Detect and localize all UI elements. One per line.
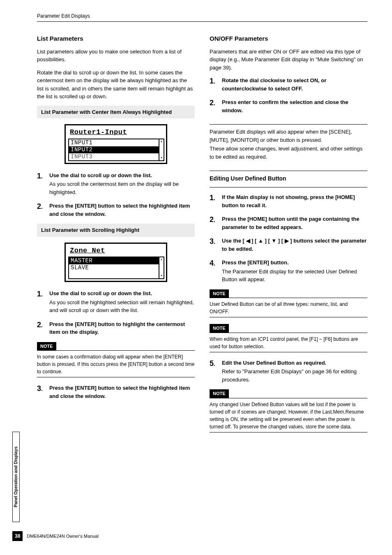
step-number: 1 — [210, 192, 215, 204]
lcd-title: Router1-Input — [66, 125, 166, 138]
note-body: When editing from an ICP1 control panel,… — [210, 335, 367, 350]
scroll-up-icon: ▴ — [159, 257, 164, 262]
lcd-row: INPUT3 — [69, 153, 159, 160]
note-rule-end — [210, 352, 367, 352]
step-number: 1 — [37, 289, 43, 300]
step-item: 3 Use the [ ◀ ] [ ▲ ] [ ▼ ] [ ▶ ] button… — [210, 237, 367, 253]
step-item: 1 Use the dial to scroll up or down the … — [37, 171, 195, 197]
steps-scrolling-highlight: 1 Use the dial to scroll up or down the … — [37, 289, 195, 336]
list-params-intro-1: List parameters allow you to make one se… — [37, 48, 195, 64]
step-item: 1 If the Main display is not showing, pr… — [210, 193, 367, 209]
note-rule-end — [210, 432, 367, 432]
step-lead: Use the dial to scroll up or down the li… — [49, 172, 152, 178]
onoff-intro: Parameters that are either ON or OFF are… — [210, 48, 367, 72]
list-params-intro-2: Rotate the dial to scroll up or down the… — [37, 69, 195, 101]
right-column: ON/OFF Parameters Parameters that are ei… — [210, 34, 367, 439]
section-rule — [210, 124, 367, 125]
lcd-screen: Router1-Input INPUT1 INPUT2 INPUT3 ▴ ▾ — [65, 124, 167, 164]
note-tag: NOTE — [210, 289, 229, 298]
steps-scrolling-highlight-2: 3 Press the [ENTER] button to select the… — [37, 384, 195, 400]
heading-list-parameters: List Parameters — [37, 34, 195, 44]
step-lead: Press the [ENTER] button to select the h… — [49, 385, 190, 399]
step-lead: Press the [ENTER] button. — [222, 259, 289, 266]
lcd-figure-zone: Zone Net MASTER SLAVE ▴ ▾ — [37, 243, 195, 282]
subheading-scrolling-highlight: List Parameter with Scrolling Highlight — [37, 224, 195, 237]
step-number: 3 — [37, 383, 43, 394]
section-rule — [210, 171, 367, 171]
step-number: 2 — [210, 97, 215, 109]
scroll-down-icon: ▾ — [159, 156, 164, 160]
step-item: 2 Press the [HOME] button until the page… — [210, 215, 367, 231]
step-sub: As you scroll the centermost item on the… — [49, 180, 195, 196]
steps-onoff: 1 Rotate the dial clockwise to select ON… — [210, 76, 367, 114]
steps-center-highlight: 1 Use the dial to scroll up or down the … — [37, 171, 195, 218]
step-lead: Press the [HOME] button until the page c… — [222, 216, 359, 230]
lcd-title: Zone Net — [66, 244, 166, 256]
side-tab-label: Panel Operation and Displays — [13, 446, 19, 507]
lcd-list: INPUT1 INPUT2 INPUT3 — [68, 139, 159, 161]
lcd-row: INPUT1 — [69, 139, 159, 146]
step-lead: Press the [ENTER] button to highlight th… — [49, 321, 185, 335]
page: Parameter Edit Displays List Parameters … — [0, 0, 392, 555]
step-lead: Edit the User Defined Button as required… — [222, 360, 326, 366]
content-columns: List Parameters List parameters allow yo… — [37, 34, 367, 439]
onoff-mid-2: These allow scene changes, level adjustm… — [210, 145, 367, 161]
step-item: 1 Use the dial to scroll up or down the … — [37, 289, 195, 314]
lcd-list: MASTER SLAVE — [68, 257, 159, 279]
step-lead: Press the [ENTER] button to select the h… — [49, 203, 190, 217]
step-number: 4 — [210, 258, 215, 269]
note-rule — [37, 350, 195, 351]
note-rule — [210, 298, 367, 298]
lcd-row-empty — [69, 271, 159, 278]
steps-udb-2: 5 Edit the User Defined Button as requir… — [210, 359, 367, 384]
note-tag: NOTE — [210, 324, 229, 333]
step-number: 2 — [37, 201, 43, 212]
step-item: 2 Press enter to confirm the selection a… — [210, 98, 367, 114]
step-item: 1 Rotate the dial clockwise to select ON… — [210, 76, 367, 92]
step-sub: The Parameter Edit display for the selec… — [222, 268, 367, 284]
section-rule — [210, 187, 367, 187]
step-item: 3 Press the [ENTER] button to select the… — [37, 384, 195, 400]
page-number: 38 — [12, 531, 23, 541]
lcd-row-selected: MASTER — [69, 257, 159, 264]
step-sub: Refer to "Parameter Edit Displays" on pa… — [222, 368, 367, 384]
lcd-screen: Zone Net MASTER SLAVE ▴ ▾ — [65, 243, 167, 282]
side-tab: Panel Operation and Displays — [12, 432, 20, 522]
step-item: 2 Press the [ENTER] button to highlight … — [37, 320, 195, 336]
scroll-down-icon: ▾ — [159, 274, 164, 278]
lcd-figure-router: Router1-Input INPUT1 INPUT2 INPUT3 ▴ ▾ — [37, 124, 195, 164]
note-rule — [210, 333, 367, 333]
step-number: 1 — [37, 171, 43, 182]
step-item: 5 Edit the User Defined Button as requir… — [210, 359, 367, 384]
step-sub: As you scroll the highlighted selection … — [49, 298, 195, 314]
step-number: 1 — [210, 76, 215, 87]
note-body: In some cases a confirmation dialog will… — [37, 353, 195, 375]
step-number: 2 — [210, 214, 215, 225]
lcd-scrollbar: ▴ ▾ — [159, 257, 164, 279]
step-item: 2 Press the [ENTER] button to select the… — [37, 202, 195, 218]
step-lead: Press enter to confirm the selection and… — [222, 99, 348, 113]
note-rule-end — [37, 377, 195, 377]
step-lead: Use the dial to scroll up or down the li… — [49, 290, 152, 296]
lcd-row-selected: INPUT2 — [69, 146, 159, 153]
scroll-up-icon: ▴ — [159, 139, 164, 144]
lcd-scrollbar: ▴ ▾ — [159, 139, 164, 161]
subheading-center-highlight: List Parameter with Center Item Always H… — [37, 106, 195, 119]
steps-udb: 1 If the Main display is not showing, pr… — [210, 193, 367, 284]
left-column: List Parameters List parameters allow yo… — [37, 34, 195, 439]
heading-editing-udb: Editing User Defined Button — [210, 174, 367, 183]
step-item: 4 Press the [ENTER] button. The Paramete… — [210, 259, 367, 284]
note-body: User Defined Button can be of all three … — [210, 301, 367, 315]
note-rule-end — [210, 317, 367, 317]
head-rule — [37, 21, 367, 22]
step-lead: If the Main display is not showing, pres… — [222, 194, 355, 208]
footer: 38 DME64N/DME24N Owner's Manual — [12, 531, 99, 541]
running-head: Parameter Edit Displays — [37, 12, 367, 20]
note-rule — [210, 398, 367, 398]
step-lead: Use the [ ◀ ] [ ▲ ] [ ▼ ] [ ▶ ] buttons … — [222, 238, 367, 252]
note-body: Any changed User Defined Button values w… — [210, 401, 367, 430]
note-tag: NOTE — [37, 342, 56, 351]
footer-text: DME64N/DME24N Owner's Manual — [27, 533, 99, 540]
step-number: 2 — [37, 319, 43, 331]
step-number: 3 — [210, 236, 215, 247]
